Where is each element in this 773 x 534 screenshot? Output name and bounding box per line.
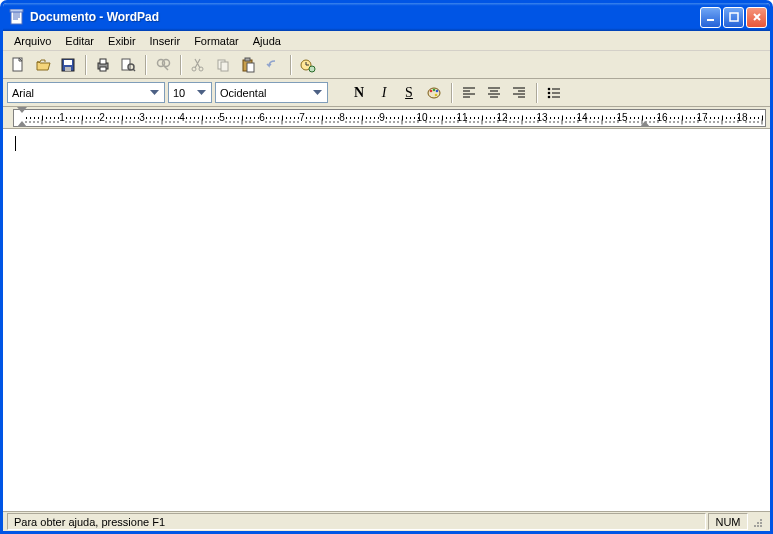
svg-rect-328 <box>482 115 483 120</box>
svg-point-33 <box>430 89 433 92</box>
align-left-button[interactable] <box>458 82 480 104</box>
undo-button[interactable] <box>262 54 284 76</box>
svg-rect-355 <box>602 115 603 120</box>
svg-rect-345 <box>558 117 559 119</box>
ruler-number: 8 <box>339 112 345 123</box>
svg-rect-24 <box>221 62 228 71</box>
color-button[interactable] <box>423 82 445 104</box>
svg-rect-245 <box>114 117 115 119</box>
svg-rect-288 <box>306 117 307 119</box>
window-controls <box>700 7 767 28</box>
font-combo[interactable]: Arial <box>7 82 165 103</box>
svg-rect-10 <box>64 60 72 65</box>
svg-point-35 <box>436 89 439 92</box>
svg-rect-266 <box>206 117 207 119</box>
svg-rect-357 <box>610 117 611 119</box>
document-area[interactable] <box>3 129 770 511</box>
svg-rect-363 <box>638 117 639 119</box>
underline-button[interactable]: S <box>398 82 420 104</box>
copy-button[interactable] <box>212 54 234 76</box>
svg-rect-256 <box>162 115 163 120</box>
svg-rect-391 <box>762 115 763 120</box>
datetime-button[interactable] <box>297 54 319 76</box>
right-indent-marker[interactable] <box>640 121 650 127</box>
encoding: Ocidental <box>220 87 266 99</box>
svg-rect-6 <box>707 19 714 21</box>
new-button[interactable] <box>7 54 29 76</box>
svg-rect-262 <box>190 117 191 119</box>
bullets-button[interactable] <box>543 82 565 104</box>
title-bar[interactable]: Documento - WordPad <box>3 3 770 31</box>
toolbar-separator <box>290 55 291 75</box>
maximize-button[interactable] <box>723 7 744 28</box>
svg-rect-343 <box>550 117 551 119</box>
hanging-indent-marker[interactable] <box>17 121 27 127</box>
ruler-number: 12 <box>496 112 507 123</box>
svg-rect-300 <box>358 117 359 119</box>
close-button[interactable] <box>746 7 767 28</box>
paste-button[interactable] <box>237 54 259 76</box>
menu-editar[interactable]: Editar <box>58 33 101 49</box>
encoding-combo[interactable]: Ocidental <box>215 82 328 103</box>
svg-rect-382 <box>722 115 723 120</box>
svg-rect-320 <box>446 117 447 119</box>
toolbar-separator <box>145 55 146 75</box>
toolbar-separator <box>451 83 452 103</box>
svg-rect-348 <box>570 117 571 119</box>
italic-button[interactable]: I <box>373 82 395 104</box>
standard-toolbar <box>3 51 770 79</box>
svg-rect-271 <box>230 117 231 119</box>
menu-formatar[interactable]: Formatar <box>187 33 246 49</box>
resize-grip-icon[interactable] <box>750 515 766 529</box>
svg-rect-366 <box>650 117 651 119</box>
dropdown-arrow-icon <box>194 84 209 101</box>
print-button[interactable] <box>92 54 114 76</box>
svg-rect-267 <box>210 117 211 119</box>
svg-rect-318 <box>438 117 439 119</box>
svg-point-36 <box>435 93 438 96</box>
text-cursor <box>15 136 16 151</box>
menu-arquivo[interactable]: Arquivo <box>7 33 58 49</box>
svg-rect-252 <box>146 117 147 119</box>
svg-rect-293 <box>326 117 327 119</box>
svg-rect-317 <box>434 117 435 119</box>
svg-rect-285 <box>290 117 291 119</box>
svg-rect-281 <box>274 117 275 119</box>
svg-rect-340 <box>534 117 535 119</box>
first-line-indent-marker[interactable] <box>17 107 27 113</box>
font-size-combo[interactable]: 10 <box>168 82 212 103</box>
status-help: Para obter ajuda, pressione F1 <box>7 513 706 530</box>
menu-ajuda[interactable]: Ajuda <box>246 33 288 49</box>
menu-inserir[interactable]: Inserir <box>143 33 188 49</box>
svg-rect-272 <box>234 117 235 119</box>
svg-rect-385 <box>734 117 735 119</box>
open-button[interactable] <box>32 54 54 76</box>
svg-rect-361 <box>630 117 631 119</box>
align-center-button[interactable] <box>483 82 505 104</box>
svg-rect-235 <box>70 117 71 119</box>
align-right-button[interactable] <box>508 82 530 104</box>
find-button[interactable] <box>152 54 174 76</box>
svg-point-31 <box>309 66 315 72</box>
svg-rect-339 <box>530 117 531 119</box>
svg-rect-384 <box>730 117 731 119</box>
ruler-number: 15 <box>616 112 627 123</box>
svg-point-395 <box>760 519 762 521</box>
ruler-number: 14 <box>576 112 587 123</box>
ruler-number: 2 <box>99 112 105 123</box>
svg-rect-14 <box>100 67 106 71</box>
svg-rect-316 <box>430 117 431 119</box>
ruler[interactable]: 123456789101112131415161718 <box>13 109 766 127</box>
svg-rect-279 <box>266 117 267 119</box>
cut-button[interactable] <box>187 54 209 76</box>
wordpad-window: Documento - WordPad Arquivo Editar Exibi… <box>0 0 773 534</box>
minimize-button[interactable] <box>700 7 721 28</box>
svg-rect-234 <box>66 117 67 119</box>
svg-rect-373 <box>682 115 683 120</box>
menu-exibir[interactable]: Exibir <box>101 33 143 49</box>
print-preview-button[interactable] <box>117 54 139 76</box>
save-button[interactable] <box>57 54 79 76</box>
svg-rect-275 <box>246 117 247 119</box>
svg-rect-257 <box>166 117 167 119</box>
bold-button[interactable]: N <box>348 82 370 104</box>
